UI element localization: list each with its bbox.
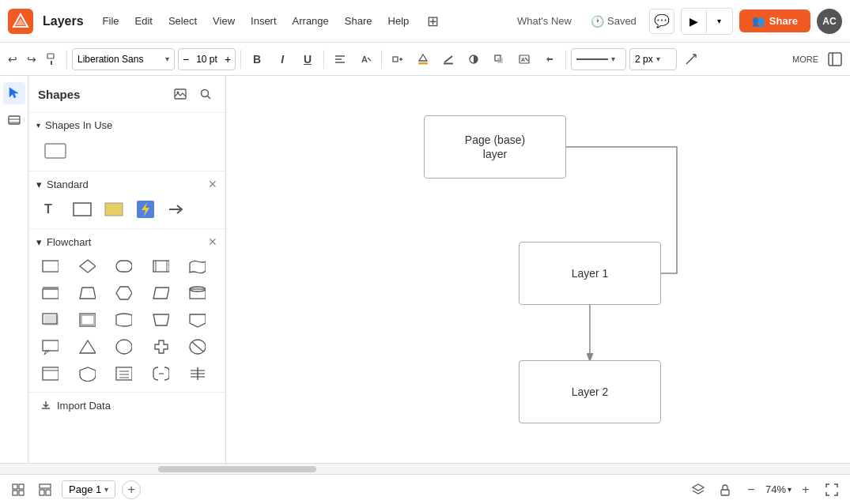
fill-color-button[interactable]: [412, 48, 434, 70]
italic-button[interactable]: I: [271, 48, 293, 70]
share-button[interactable]: 👥 Share: [739, 9, 810, 32]
line-color-button[interactable]: [437, 48, 459, 70]
zoom-in-button[interactable]: +: [796, 480, 815, 499]
fc-shadow-rect[interactable]: [36, 308, 63, 332]
text-edit-button[interactable]: A: [513, 48, 535, 70]
line-style-selector[interactable]: ▾: [571, 48, 626, 70]
fc-align[interactable]: [183, 362, 210, 386]
fc-diamond[interactable]: [74, 254, 100, 278]
sidebar-toggle-button[interactable]: [825, 49, 845, 70]
flowchart-header-left[interactable]: ▾ Flowchart: [36, 236, 91, 248]
user-avatar[interactable]: AC: [817, 9, 842, 34]
extras-icon[interactable]: ⊞: [420, 9, 445, 34]
fc-cylinder[interactable]: [183, 281, 210, 305]
shape-item-rect[interactable]: [40, 137, 71, 164]
std-shape-rect[interactable]: [68, 197, 96, 222]
svg-marker-56: [190, 314, 206, 327]
standard-close-button[interactable]: ✕: [208, 178, 217, 190]
shapes-in-use-header[interactable]: ▾ Shapes In Use: [36, 119, 217, 131]
standard-header-left[interactable]: ▾ Standard: [36, 179, 89, 190]
menu-insert[interactable]: Insert: [246, 12, 281, 30]
share-label: Share: [769, 15, 798, 27]
menu-view[interactable]: View: [208, 12, 240, 30]
underline-button[interactable]: U: [297, 48, 319, 70]
align-left-button[interactable]: [329, 48, 351, 70]
tile-view-icon[interactable]: [35, 480, 55, 500]
redo-button[interactable]: ↪: [24, 50, 40, 69]
zoom-level[interactable]: 74% ▾: [765, 483, 791, 495]
saved-button[interactable]: 🕐 Saved: [584, 12, 643, 31]
menu-file[interactable]: File: [98, 12, 124, 30]
font-size-increase[interactable]: +: [221, 49, 235, 70]
shape-page-base[interactable]: Page (base)layer: [424, 115, 566, 179]
present-dropdown[interactable]: ▾: [707, 9, 732, 34]
import-data-button[interactable]: Import Data: [28, 392, 225, 418]
horizontal-scrollbar[interactable]: [0, 463, 850, 474]
shape-layer1[interactable]: Layer 1: [519, 242, 661, 305]
fc-rect3[interactable]: [36, 362, 63, 386]
sidebar-search-icon[interactable]: [195, 84, 216, 104]
shape-layer2[interactable]: Layer 2: [519, 360, 661, 423]
fc-rect2[interactable]: [36, 281, 63, 305]
std-shape-arrow[interactable]: [163, 197, 191, 222]
fc-rect[interactable]: [36, 254, 63, 278]
zoom-out-button[interactable]: −: [742, 480, 761, 499]
more-button[interactable]: MORE: [789, 51, 822, 67]
insert-shape-icon: [391, 53, 404, 66]
add-page-button[interactable]: +: [122, 480, 141, 499]
sidebar-image-icon[interactable]: [170, 84, 191, 104]
fc-trapezoid-inv[interactable]: [147, 308, 174, 332]
opacity-button[interactable]: [463, 48, 485, 70]
menu-arrange[interactable]: Arrange: [288, 12, 334, 30]
font-selector[interactable]: Liberation Sans ▾: [72, 48, 175, 70]
fc-rounded[interactable]: [110, 254, 137, 278]
fc-hexagon[interactable]: [110, 281, 137, 305]
flowchart-close-button[interactable]: ✕: [208, 235, 217, 248]
waypoint-button[interactable]: [680, 48, 702, 70]
fc-circle[interactable]: [110, 335, 137, 359]
fc-cross[interactable]: [147, 335, 174, 359]
page-tab[interactable]: Page 1 ▾: [62, 480, 115, 498]
layers-icon[interactable]: [3, 109, 25, 131]
menu-help[interactable]: Help: [383, 12, 414, 30]
insert-shape-button[interactable]: [387, 48, 409, 70]
scrollbar-thumb[interactable]: [158, 466, 316, 472]
fc-json[interactable]: [147, 362, 174, 386]
present-icon[interactable]: ▶: [682, 9, 707, 34]
std-shape-colored-rect[interactable]: [100, 197, 128, 222]
fc-horiz-curved[interactable]: [110, 308, 137, 332]
lock-bottom-icon[interactable]: [715, 480, 735, 500]
fc-list[interactable]: [110, 362, 137, 386]
menu-share[interactable]: Share: [340, 12, 377, 30]
line-size-selector[interactable]: 2 px ▾: [629, 48, 677, 70]
canvas[interactable]: Page (base)layer Layer 1 Layer 2: [226, 76, 850, 463]
layers-bottom-icon[interactable]: [688, 480, 708, 500]
fc-double-border[interactable]: [74, 308, 100, 332]
font-size-decrease[interactable]: −: [179, 49, 193, 70]
fc-parallelogram[interactable]: [147, 281, 174, 305]
app-logo[interactable]: [8, 9, 33, 34]
extra-button[interactable]: [538, 48, 561, 70]
whats-new-button[interactable]: What's New: [511, 12, 578, 30]
fc-triangle[interactable]: [74, 335, 100, 359]
format-paint-button[interactable]: [43, 50, 62, 69]
fc-callout[interactable]: [36, 335, 63, 359]
menu-select[interactable]: Select: [164, 12, 202, 30]
fc-shield[interactable]: [74, 362, 100, 386]
std-shape-lightning[interactable]: [131, 197, 160, 222]
undo-button[interactable]: ↩: [5, 50, 21, 69]
comment-icon[interactable]: 💬: [649, 9, 674, 34]
bold-button[interactable]: B: [246, 48, 268, 70]
fc-prohibition[interactable]: [183, 335, 210, 359]
std-shape-text[interactable]: T: [36, 197, 65, 222]
menu-edit[interactable]: Edit: [130, 12, 157, 30]
shadow-button[interactable]: [488, 48, 510, 70]
fit-page-button[interactable]: [822, 480, 842, 500]
fc-trapezoid[interactable]: [74, 281, 100, 305]
grid-view-icon[interactable]: [8, 480, 28, 500]
text-format-button[interactable]: A: [354, 48, 376, 70]
shapes-icon[interactable]: [3, 82, 25, 104]
fc-double-rect[interactable]: [147, 254, 174, 278]
fc-tape[interactable]: [183, 254, 210, 278]
fc-pentagon[interactable]: [183, 308, 210, 332]
